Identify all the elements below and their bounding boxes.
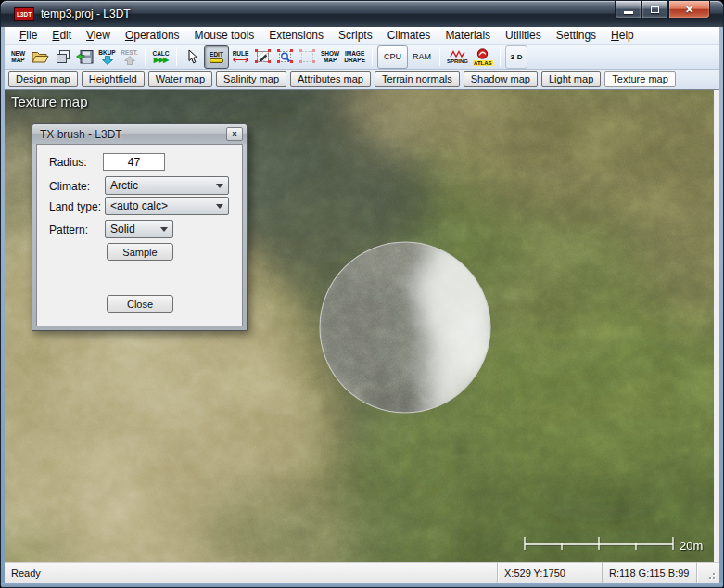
spring-icon	[450, 50, 465, 58]
climate-select[interactable]: Arctic	[105, 176, 229, 195]
dialog-close-action-button[interactable]: Close	[107, 295, 173, 313]
status-pixel-color: R:118 G:115 B:99	[602, 563, 696, 583]
toolbar-separator	[439, 47, 440, 66]
dialog-title: TX brush - L3DT	[40, 128, 226, 141]
window-bottom-border	[1, 583, 723, 588]
up-arrow-icon	[124, 56, 135, 65]
land-type-value: <auto calc>	[110, 199, 168, 212]
menu-extensions[interactable]: Extensions	[261, 28, 331, 43]
edit-tool-button[interactable]: EDIT	[204, 45, 229, 69]
selection-clear-icon	[299, 49, 315, 64]
image-drape-button[interactable]: IMAGE DRAPE	[342, 45, 367, 69]
app-window: L3DT temp3.proj - L3DT ✕ File Edit View …	[0, 0, 724, 588]
new-map-button[interactable]: NEW MAP	[7, 45, 29, 69]
double-arrow-icon	[233, 57, 248, 63]
atlas-button[interactable]: ATLAS	[471, 45, 495, 69]
spring-button[interactable]: SPRING	[445, 45, 470, 69]
show-map-button[interactable]: SHOW MAP	[319, 45, 341, 69]
tab-water-map[interactable]: Water map	[148, 71, 212, 87]
brush-icon	[210, 58, 223, 63]
save-button[interactable]	[74, 45, 95, 69]
rule-tool-button[interactable]: RULE	[230, 45, 251, 69]
select-zoom-button[interactable]	[274, 45, 296, 69]
chevron-down-icon	[216, 184, 223, 188]
status-message: Ready	[5, 563, 497, 583]
atlas-icon	[476, 48, 489, 59]
menu-edit[interactable]: Edit	[44, 28, 79, 43]
menu-scripts[interactable]: Scripts	[331, 28, 380, 43]
selection-zoom-icon	[277, 49, 293, 64]
select-clear-button[interactable]	[297, 45, 318, 69]
toolbar-separator	[500, 47, 501, 66]
resize-grip[interactable]	[696, 563, 719, 583]
cpu-mode-button[interactable]: CPU	[377, 45, 408, 69]
copy-icon	[56, 50, 70, 64]
tab-shadow-map[interactable]: Shadow map	[464, 71, 538, 87]
dialog-titlebar[interactable]: TX brush - L3DT x	[32, 124, 247, 144]
tab-attributes-map[interactable]: Attributes map	[290, 71, 371, 87]
dialog-close-button[interactable]: x	[226, 127, 243, 141]
menu-file[interactable]: File	[12, 28, 44, 43]
chevron-down-icon	[216, 204, 223, 209]
tab-texture-map[interactable]: Texture map	[604, 71, 676, 87]
minimize-icon	[624, 11, 633, 14]
tab-light-map[interactable]: Light map	[541, 71, 601, 87]
down-arrow-icon	[102, 56, 113, 65]
maximize-button[interactable]	[641, 1, 668, 19]
map-tabbar: Design map Heightfield Water map Salinit…	[5, 70, 719, 90]
l3dt-logo-icon: L3DT	[14, 7, 34, 21]
status-cursor-position: X:529 Y:1750	[497, 563, 602, 583]
folder-open-icon	[32, 50, 49, 64]
play-arrows-icon: ▶▶▶	[154, 57, 168, 64]
chevron-down-icon	[160, 227, 168, 232]
save-icon	[76, 50, 94, 64]
pattern-select[interactable]: Solid	[105, 220, 173, 238]
radius-input[interactable]	[103, 153, 165, 171]
restore-button[interactable]: REST.	[119, 45, 140, 69]
pattern-label: Pattern:	[49, 224, 88, 236]
tx-brush-dialog: TX brush - L3DT x Radius: Climate: Arcti…	[32, 123, 248, 331]
close-button[interactable]: ✕	[668, 1, 710, 19]
window-controls: ✕	[615, 1, 710, 19]
land-type-select[interactable]: <auto calc>	[105, 197, 229, 215]
copy-button[interactable]	[52, 45, 73, 69]
tab-heightfield[interactable]: Heightfield	[82, 71, 145, 87]
ram-mode-button[interactable]: RAM	[409, 45, 435, 69]
menu-utilities[interactable]: Utilities	[498, 28, 549, 43]
menu-settings[interactable]: Settings	[549, 28, 603, 43]
calc-button[interactable]: CALC ▶▶▶	[150, 45, 171, 69]
climate-value: Arctic	[110, 179, 138, 192]
menu-operations[interactable]: Operations	[118, 28, 187, 43]
radius-label: Radius:	[49, 156, 87, 169]
map-view-label: Texture map	[11, 94, 88, 109]
3d-view-button[interactable]: 3-D	[505, 45, 528, 69]
menubar: File Edit View Operations Mouse tools Ex…	[5, 27, 719, 45]
pattern-value: Solid	[110, 223, 135, 236]
tab-design-map[interactable]: Design map	[8, 71, 78, 87]
selection-draw-icon	[255, 49, 271, 64]
menu-mouse-tools[interactable]: Mouse tools	[187, 28, 262, 43]
toolbar-separator	[372, 47, 373, 66]
land-type-label: Land type:	[49, 200, 101, 213]
close-icon: ✕	[685, 4, 693, 16]
cursor-arrow-icon	[187, 49, 198, 64]
menu-materials[interactable]: Materials	[438, 28, 498, 43]
menu-view[interactable]: View	[79, 28, 118, 43]
scale-label: 20m	[680, 539, 703, 553]
menu-help[interactable]: Help	[603, 28, 641, 43]
minimize-button[interactable]	[615, 1, 641, 19]
menu-climates[interactable]: Climates	[380, 28, 438, 43]
tab-terrain-normals[interactable]: Terrain normals	[375, 71, 460, 87]
pointer-tool-button[interactable]	[182, 45, 203, 69]
statusbar: Ready X:529 Y:1750 R:118 G:115 B:99	[5, 562, 719, 583]
sample-button[interactable]: Sample	[107, 243, 173, 261]
window-title: temp3.proj - L3DT	[41, 7, 131, 20]
toolbar: NEW MAP	[5, 45, 719, 70]
open-button[interactable]	[30, 45, 51, 69]
backup-button[interactable]: BKUP	[96, 45, 118, 69]
maximize-icon	[651, 6, 659, 13]
titlebar[interactable]: L3DT temp3.proj - L3DT ✕	[1, 1, 723, 27]
tab-salinity-map[interactable]: Salinity map	[216, 71, 286, 87]
dialog-body: Radius: Climate: Arctic Land type: <auto…	[36, 144, 243, 326]
select-draw-button[interactable]	[252, 45, 273, 69]
